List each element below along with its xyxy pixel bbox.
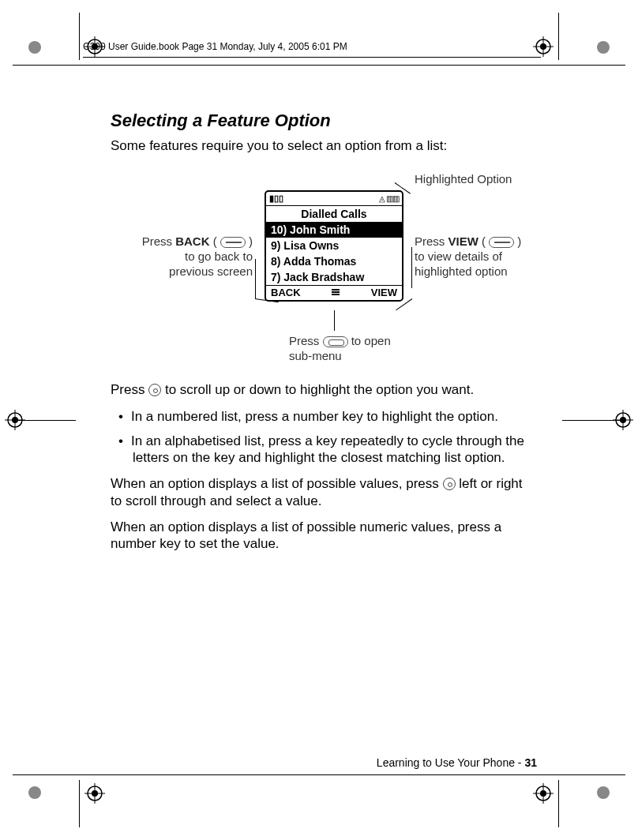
list-item: 10) John Smith — [266, 222, 402, 238]
content-area: Selecting a Feature Option Some features… — [111, 111, 537, 561]
nav-key-icon — [443, 478, 456, 490]
list-item: In an alphabetised list, press a key rep… — [133, 433, 537, 467]
crop-line — [562, 420, 625, 421]
menu-key-icon — [323, 336, 348, 347]
softkey-right: VIEW — [371, 287, 397, 298]
softkey-left: BACK — [271, 287, 301, 298]
crop-line — [558, 13, 559, 60]
battery-icon: ◬ ▥▥ — [379, 194, 399, 203]
page-header: C390 User Guide.book Page 31 Monday, Jul… — [83, 38, 541, 58]
callout-menu: Press to opensub-menu — [289, 334, 391, 364]
header-text: C390 User Guide.book Page 31 Monday, Jul… — [83, 41, 347, 52]
crop-line — [558, 780, 559, 827]
signal-icon: ▮▯▯ — [269, 193, 283, 204]
text: to scroll up or down to highlight the op… — [161, 382, 474, 397]
page-footer: Learning to Use Your Phone - 31 — [111, 756, 537, 769]
softkey-icon — [220, 237, 246, 248]
bullet-list: In a numbered list, press a number key t… — [111, 408, 537, 467]
view-label: VIEW — [448, 234, 478, 248]
softkey-bar: BACK VIEW — [266, 285, 402, 300]
callout-text: ( — [209, 234, 220, 248]
footer-text: Learning to Use Your Phone - — [377, 756, 525, 769]
callout-text: Press — [142, 234, 176, 248]
list-item: In a numbered list, press a number key t… — [133, 408, 537, 425]
intro-text: Some features require you to select an o… — [111, 137, 537, 154]
page-title: Selecting a Feature Option — [111, 111, 537, 131]
list-item: 7) Jack Bradshaw — [266, 269, 402, 285]
diagram: Highlighted Option Press BACK ( ) to go … — [111, 168, 537, 373]
pointer-line — [334, 310, 335, 331]
crop-dot — [28, 786, 41, 799]
nav-key-icon — [148, 384, 161, 396]
pointer-line — [255, 259, 256, 298]
softkey-icon — [489, 237, 514, 248]
crop-line — [13, 774, 625, 775]
paragraph: Press to scroll up or down to highlight … — [111, 381, 537, 398]
crop-dot — [28, 41, 41, 54]
callout-text: Press — [415, 234, 448, 248]
callout-view: Press VIEW ( ) to view details of highli… — [415, 234, 541, 279]
callout-back: Press BACK ( ) to go back to previous sc… — [111, 234, 253, 279]
callout-highlighted: Highlighted Option — [415, 172, 512, 187]
paragraph: When an option displays a list of possib… — [111, 519, 537, 553]
callout-text: Press — [289, 334, 323, 347]
crop-dot — [597, 786, 610, 799]
crop-line — [79, 13, 80, 60]
page-number: 31 — [524, 756, 537, 769]
crop-line — [13, 65, 625, 66]
status-bar: ▮▯▯ ◬ ▥▥ — [266, 192, 402, 206]
text: When an option displays a list of possib… — [111, 476, 443, 491]
menu-icon — [332, 287, 340, 298]
paragraph: When an option displays a list of possib… — [111, 475, 537, 509]
crop-dot — [597, 41, 610, 54]
crop-line — [79, 780, 80, 827]
text: Press — [111, 382, 148, 397]
callout-text: ( — [478, 234, 489, 248]
list-item: 9) Lisa Owns — [266, 238, 402, 253]
registration-mark-icon — [84, 783, 105, 804]
pointer-line — [411, 247, 412, 288]
callout-text: Highlighted Option — [415, 172, 512, 186]
registration-mark-icon — [533, 783, 554, 804]
list-item: 8) Adda Thomas — [266, 253, 402, 269]
phone-screen: ▮▯▯ ◬ ▥▥ Dialled Calls 10) John Smith 9)… — [265, 190, 403, 302]
crop-line — [13, 420, 76, 421]
screen-title: Dialled Calls — [266, 206, 402, 222]
back-label: BACK — [175, 234, 209, 248]
